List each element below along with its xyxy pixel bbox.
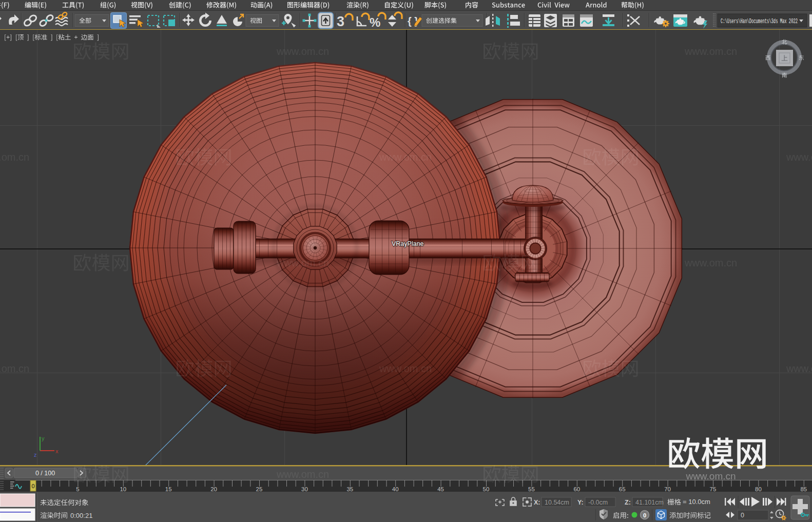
svg-text:40: 40 (392, 486, 399, 492)
svg-text:10: 10 (120, 486, 126, 492)
svg-text:15: 15 (165, 486, 172, 492)
svg-text:www.om.cn: www.om.cn (379, 363, 432, 374)
svg-text:www.om.cn: www.om.cn (685, 471, 736, 481)
svg-text:0 / 100: 0 / 100 (35, 470, 55, 477)
svg-text:y: y (42, 435, 45, 441)
svg-text:70: 70 (664, 486, 671, 492)
svg-text:50: 50 (483, 486, 490, 492)
svg-text:x: x (55, 448, 59, 454)
svg-text:C:\Users\Han\Documents\3ds Max: C:\Users\Han\Documents\3ds Max 2022 (721, 18, 798, 25)
svg-text:Y:: Y: (577, 499, 584, 506)
svg-text:-0.0cm: -0.0cm (588, 499, 608, 506)
svg-text:Z:: Z: (625, 499, 631, 506)
svg-text:www.om.cn: www.om.cn (379, 151, 432, 163)
svg-text:41.101cm: 41.101cm (635, 499, 664, 506)
svg-text:55: 55 (528, 486, 535, 492)
svg-text:30: 30 (301, 486, 308, 492)
svg-text:www.om.cn: www.om.cn (786, 151, 812, 163)
svg-text:www.om.cn: www.om.cn (684, 257, 737, 268)
svg-text:www.om.cn: www.om.cn (276, 469, 329, 480)
svg-text:0: 0 (31, 483, 34, 489)
svg-text:www.om.cn: www.om.cn (0, 151, 29, 163)
svg-text:75: 75 (710, 486, 717, 492)
svg-text:VRayPlane: VRayPlane (392, 240, 424, 247)
svg-text:80: 80 (755, 486, 762, 492)
svg-text:0: 0 (741, 512, 744, 519)
svg-text:www.om.cn: www.om.cn (276, 257, 329, 268)
svg-text:z: z (34, 452, 37, 458)
svg-text:0: 0 (643, 512, 646, 518)
svg-text:0:00:21: 0:00:21 (70, 512, 92, 519)
svg-text:= 10.0cm: = 10.0cm (683, 498, 710, 506)
svg-text:25: 25 (256, 486, 263, 492)
svg-text:60: 60 (573, 486, 580, 492)
svg-text:45: 45 (437, 486, 444, 492)
svg-text:www.om.cn: www.om.cn (276, 46, 329, 57)
svg-text:%: % (370, 15, 380, 29)
svg-text:www.om.cn: www.om.cn (684, 46, 737, 57)
svg-text:65: 65 (619, 486, 626, 492)
svg-text:5: 5 (76, 486, 79, 492)
svg-text:35: 35 (346, 486, 353, 492)
svg-text:3: 3 (337, 14, 344, 29)
svg-text:20: 20 (210, 486, 217, 492)
svg-text:10.54cm: 10.54cm (545, 499, 569, 506)
svg-text:85: 85 (800, 486, 807, 492)
svg-text:X:: X: (534, 499, 540, 506)
svg-text:www.om.cn: www.om.cn (0, 363, 29, 374)
svg-text:www.om.cn: www.om.cn (786, 363, 812, 374)
